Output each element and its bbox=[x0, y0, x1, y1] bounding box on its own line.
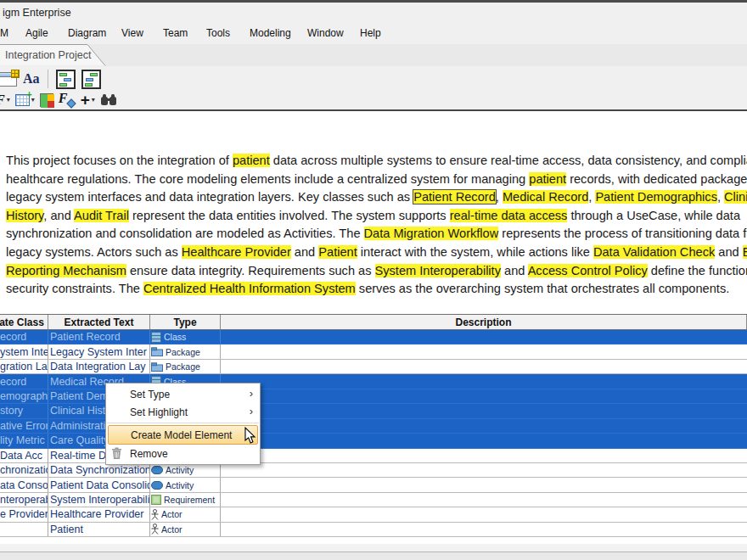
menu-item-create-model-element[interactable]: Create Model Element bbox=[108, 425, 258, 445]
new-window-button[interactable] bbox=[0, 69, 17, 89]
menu-m[interactable]: M bbox=[0, 27, 8, 39]
table-row[interactable]: nteroperabSystem InteroperabiliRequireme… bbox=[0, 493, 747, 507]
column-header-extracted-text[interactable]: Extracted Text bbox=[48, 315, 150, 329]
actor-icon bbox=[151, 509, 159, 520]
table-row[interactable]: e ProviderHealthcare ProviderActor bbox=[0, 507, 747, 522]
menu-diagram[interactable]: Diagram bbox=[68, 27, 106, 39]
document-text: security constraints. The bbox=[6, 282, 143, 295]
description-cell bbox=[221, 360, 747, 373]
title-bar: igm Enterprise bbox=[0, 3, 747, 23]
document-text: define the functiona bbox=[648, 264, 747, 277]
tab-integration-project[interactable]: Integration Project bbox=[5, 49, 91, 61]
highlight-colors-button[interactable] bbox=[40, 90, 53, 110]
table-row[interactable]: PatientActor bbox=[0, 523, 747, 537]
table-header-row: ate ClassExtracted TextTypeDescription bbox=[0, 314, 747, 330]
document-text: represents the process of transitioning … bbox=[498, 227, 747, 240]
column-header-ate-class[interactable]: ate Class bbox=[0, 315, 48, 329]
document-text: synchronization and consolidation are mo… bbox=[6, 227, 364, 240]
toolbar-separator bbox=[48, 70, 48, 88]
table-row[interactable]: ystem InteLegacy System InterPackage bbox=[0, 344, 747, 359]
highlighted-term: patient bbox=[233, 154, 270, 167]
document-line: History, and Audit Trail represent the d… bbox=[6, 207, 747, 226]
type-cell: Package bbox=[150, 344, 221, 358]
candidate-class-cell: story bbox=[0, 404, 48, 417]
document-text-area[interactable]: This project focuses on the integration … bbox=[6, 152, 747, 299]
column-header-description[interactable]: Description bbox=[221, 315, 747, 329]
menu-view[interactable]: View bbox=[121, 27, 143, 39]
menu-team[interactable]: Team bbox=[163, 27, 188, 39]
highlighted-term: Patient Record bbox=[413, 190, 496, 204]
activity-icon bbox=[151, 481, 163, 490]
document-text: , bbox=[496, 190, 503, 204]
chevron-down-icon: ▾ bbox=[7, 96, 10, 104]
menu-item-label: Remove bbox=[130, 448, 168, 460]
menu-window[interactable]: Window bbox=[307, 27, 344, 39]
document-text: represent the data entities involved. Th… bbox=[129, 209, 450, 222]
menu-modeling[interactable]: Modeling bbox=[250, 27, 291, 39]
trash-icon bbox=[111, 447, 122, 462]
candidate-class-cell: ecord bbox=[0, 330, 48, 344]
document-line: security constraints. The Centralized He… bbox=[6, 280, 747, 299]
diagram-layout-button-2[interactable] bbox=[81, 69, 101, 89]
menu-tools[interactable]: Tools bbox=[206, 27, 230, 39]
candidate-class-cell: chronizatio bbox=[0, 463, 48, 477]
document-text: through a UseCase, while data bbox=[567, 209, 740, 222]
extracted-text-cell: Patient bbox=[48, 523, 150, 536]
menu-agile[interactable]: Agile bbox=[25, 27, 48, 39]
add-element-dropdown[interactable]: + ▾ bbox=[81, 90, 95, 110]
table-row[interactable]: gration LaData Integration LayPackage bbox=[0, 360, 747, 374]
menu-item-set-highlight[interactable]: Set Highlight› bbox=[106, 403, 260, 421]
highlighted-term: Healthcare Provider bbox=[182, 245, 291, 259]
type-cell: Activity bbox=[150, 463, 221, 477]
menu-item-label: Set Highlight bbox=[130, 406, 188, 418]
description-cell bbox=[221, 404, 747, 417]
class-icon bbox=[151, 332, 161, 343]
table-row[interactable]: ecordPatient RecordClass bbox=[0, 330, 747, 344]
package-icon bbox=[151, 362, 163, 372]
text-style-dropdown[interactable]: F ▾ bbox=[0, 90, 10, 110]
diagram-layout-button-1[interactable] bbox=[56, 69, 76, 89]
document-text: legacy systems. Actors such as bbox=[6, 245, 182, 259]
toolbar-area: Aa F ▾ + ▾ F + ▾ bbox=[0, 66, 747, 109]
extracted-text-cell: Data Synchronization bbox=[48, 463, 150, 477]
description-cell bbox=[221, 434, 747, 447]
type-cell: Activity bbox=[150, 478, 221, 491]
color-grid-icon bbox=[40, 93, 53, 107]
highlighted-term: Access Control Policy bbox=[528, 264, 648, 277]
menu-item-remove[interactable]: Remove bbox=[106, 445, 260, 462]
tab-bar: Integration Project bbox=[0, 44, 747, 66]
type-label: Actor bbox=[161, 509, 183, 519]
type-label: Class bbox=[164, 332, 186, 342]
menu-item-set-type[interactable]: Set Type› bbox=[106, 385, 260, 403]
type-label: Actor bbox=[161, 524, 183, 535]
application-window: { "window": { "title_fragment": "igm Ent… bbox=[0, 0, 747, 560]
text-style-icon: F bbox=[0, 92, 5, 108]
candidate-class-cell bbox=[0, 523, 48, 536]
diagram-thumbnail-icon bbox=[81, 70, 101, 89]
table-row[interactable]: ata ConsoPatient Data ConsolidActivity bbox=[0, 478, 747, 492]
add-table-dropdown[interactable]: + ▾ bbox=[15, 90, 35, 110]
candidate-class-cell: nteroperab bbox=[0, 493, 48, 507]
table-row[interactable]: chronizatioData SynchronizationActivity bbox=[0, 463, 747, 478]
font-settings-button[interactable]: Aa bbox=[23, 69, 40, 89]
document-text: ensure data integrity. Requirements such… bbox=[126, 264, 375, 277]
type-label: Requirement bbox=[164, 495, 215, 505]
document-text: records, with dedicated packages f bbox=[566, 172, 747, 186]
find-button[interactable] bbox=[100, 90, 117, 110]
column-header-type[interactable]: Type bbox=[150, 315, 221, 329]
formula-button[interactable]: F bbox=[59, 90, 76, 110]
type-cell: Package bbox=[150, 360, 221, 373]
extracted-text-cell: System Interoperabili bbox=[48, 493, 150, 507]
chevron-down-icon: ▾ bbox=[92, 96, 95, 104]
diagram-thumbnail-icon bbox=[56, 70, 76, 89]
candidate-class-cell: ecord bbox=[0, 374, 48, 388]
menu-help[interactable]: Help bbox=[360, 27, 381, 39]
status-strip bbox=[0, 544, 747, 552]
description-cell bbox=[221, 463, 747, 477]
type-label: Activity bbox=[166, 465, 194, 475]
document-text: , and bbox=[43, 209, 74, 222]
highlighted-term: Centralized Health Information System bbox=[143, 282, 356, 295]
highlighted-term: Err bbox=[743, 245, 747, 259]
candidate-class-cell: ative Error bbox=[0, 419, 48, 433]
candidate-class-cell: lity Metric bbox=[0, 434, 48, 447]
